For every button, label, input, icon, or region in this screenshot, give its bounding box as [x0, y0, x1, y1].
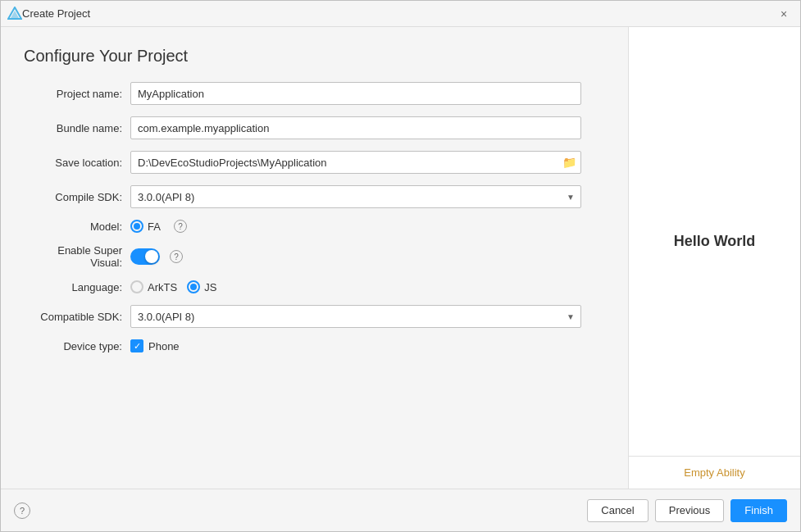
- compatible-sdk-label: Compatible SDK:: [24, 311, 130, 323]
- preview-hello-world: Hello World: [674, 233, 756, 250]
- left-panel: Configure Your Project Project name: Bun…: [1, 27, 628, 489]
- previous-button[interactable]: Previous: [655, 499, 725, 522]
- create-project-dialog: Create Project × Configure Your Project …: [0, 0, 801, 532]
- close-button[interactable]: ×: [774, 4, 794, 24]
- right-panel: Hello World Empty Ability: [628, 27, 800, 489]
- project-name-row: Project name:: [24, 82, 605, 105]
- language-row: Language: ArkTS JS: [24, 280, 605, 293]
- compatible-sdk-wrapper: 3.0.0(API 8) 3.1.0(API 9) ▼: [130, 305, 581, 328]
- cancel-button[interactable]: Cancel: [587, 499, 648, 522]
- language-js-label: JS: [204, 281, 216, 293]
- model-help-icon[interactable]: ?: [174, 220, 187, 233]
- save-location-wrapper: 📁: [130, 151, 581, 174]
- title-bar-text: Create Project: [22, 7, 774, 20]
- super-visual-label: Enable Super Visual:: [24, 244, 130, 269]
- preview-area: Hello World: [629, 27, 800, 456]
- language-js-radio[interactable]: JS: [187, 280, 216, 293]
- model-fa-radio[interactable]: FA: [130, 220, 161, 233]
- toggle-track: [130, 248, 160, 265]
- device-type-row: Device type: Phone: [24, 339, 605, 352]
- device-phone-checkbox[interactable]: Phone: [130, 339, 180, 352]
- title-bar: Create Project ×: [1, 1, 800, 27]
- compile-sdk-label: Compile SDK:: [24, 191, 130, 203]
- compatible-sdk-row: Compatible SDK: 3.0.0(API 8) 3.1.0(API 9…: [24, 305, 605, 328]
- super-visual-row: Enable Super Visual: ?: [24, 244, 605, 269]
- toggle-knob: [145, 250, 158, 263]
- model-radio-group: FA ?: [130, 220, 187, 233]
- compatible-sdk-select[interactable]: 3.0.0(API 8) 3.1.0(API 9): [130, 305, 581, 328]
- page-title: Configure Your Project: [24, 47, 605, 66]
- bundle-name-row: Bundle name:: [24, 116, 605, 139]
- super-visual-toggle[interactable]: [130, 248, 160, 265]
- model-label: Model:: [24, 221, 130, 233]
- save-location-input[interactable]: [130, 151, 581, 174]
- model-fa-radio-circle: [130, 220, 143, 233]
- device-phone-label: Phone: [148, 340, 180, 352]
- compile-sdk-row: Compile SDK: 3.0.0(API 8) 3.1.0(API 9) ▼: [24, 185, 605, 208]
- model-row: Model: FA ?: [24, 220, 605, 233]
- super-visual-control: ?: [130, 248, 183, 265]
- preview-caption: Empty Ability: [629, 456, 800, 489]
- save-location-row: Save location: 📁: [24, 151, 605, 174]
- finish-button[interactable]: Finish: [730, 499, 787, 522]
- project-name-label: Project name:: [24, 88, 130, 100]
- super-visual-help-icon[interactable]: ?: [170, 250, 183, 263]
- dialog-body: Configure Your Project Project name: Bun…: [1, 27, 800, 489]
- bundle-name-input[interactable]: [130, 116, 581, 139]
- device-type-label: Device type:: [24, 340, 130, 352]
- footer-buttons: Cancel Previous Finish: [587, 499, 787, 522]
- language-arkts-label: ArkTS: [148, 281, 177, 293]
- project-name-input[interactable]: [130, 82, 581, 105]
- bundle-name-label: Bundle name:: [24, 122, 130, 134]
- language-arkts-circle: [130, 280, 143, 293]
- folder-icon[interactable]: 📁: [562, 156, 576, 169]
- app-logo: [7, 7, 22, 21]
- compile-sdk-wrapper: 3.0.0(API 8) 3.1.0(API 9) ▼: [130, 185, 581, 208]
- dialog-footer: ? Cancel Previous Finish: [1, 489, 800, 531]
- language-label: Language:: [24, 281, 130, 293]
- language-js-circle: [187, 280, 200, 293]
- save-location-label: Save location:: [24, 157, 130, 169]
- footer-help-icon[interactable]: ?: [14, 502, 30, 519]
- compile-sdk-select[interactable]: 3.0.0(API 8) 3.1.0(API 9): [130, 185, 581, 208]
- model-fa-label: FA: [148, 221, 161, 233]
- device-phone-checkbox-box: [130, 339, 143, 352]
- language-arkts-radio[interactable]: ArkTS: [130, 280, 177, 293]
- language-radio-group: ArkTS JS: [130, 280, 216, 293]
